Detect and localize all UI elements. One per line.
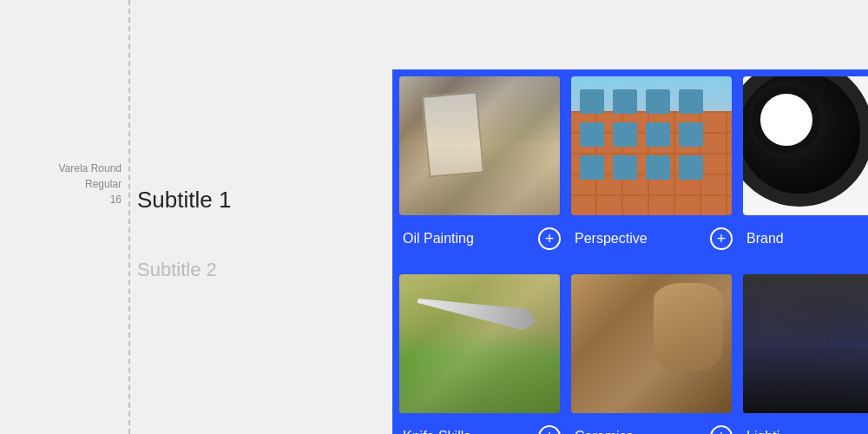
card-title-ceramics: Ceramics (575, 429, 634, 434)
card-image-oil-painting (399, 76, 560, 215)
oil-painting-thumbnail (399, 76, 560, 215)
knife-blade (416, 290, 539, 332)
card-image-perspective (571, 76, 732, 215)
card-footer-lighting: Lighti... + (743, 413, 868, 434)
add-ceramics-button[interactable]: + (710, 425, 733, 434)
card-image-knife-skills (399, 274, 560, 413)
cards-grid: Oil Painting + (392, 69, 868, 434)
font-label: Varela Round Regular 16 (17, 161, 122, 207)
card-knife-skills[interactable]: Knife Skills + (399, 274, 564, 434)
card-oil-painting[interactable]: Oil Painting + (399, 76, 564, 267)
brand-thumbnail (743, 76, 868, 215)
lighting-thumbnail (743, 274, 868, 413)
font-name: Varela Round (17, 161, 122, 176)
window-9 (580, 155, 604, 180)
card-footer-brand: Brand + (743, 215, 868, 259)
card-perspective[interactable]: Perspective + (571, 76, 736, 267)
card-image-lighting (743, 274, 868, 413)
windows-grid (580, 89, 703, 180)
left-panel: Varela Round Regular 16 Subtitle 1 Subti… (0, 0, 399, 434)
window-1 (580, 89, 604, 114)
card-title-brand: Brand (746, 231, 784, 247)
card-image-brand (743, 76, 868, 215)
window-7 (646, 122, 670, 147)
subtitle-1: Subtitle 1 (137, 187, 231, 214)
font-weight: Regular (17, 176, 122, 192)
card-brand[interactable]: Brand + (743, 76, 868, 267)
subtitle-2: Subtitle 2 (137, 259, 217, 281)
window-6 (613, 122, 637, 147)
card-title-oil-painting: Oil Painting (403, 231, 474, 247)
window-2 (613, 89, 637, 114)
card-image-ceramics (571, 274, 732, 413)
card-footer-ceramics: Ceramics + (571, 413, 736, 434)
font-size: 16 (17, 192, 122, 207)
window-12 (679, 155, 703, 180)
window-3 (646, 89, 670, 114)
add-perspective-button[interactable]: + (710, 227, 733, 250)
guide-line (128, 0, 130, 434)
card-footer-oil-painting: Oil Painting + (399, 215, 564, 259)
card-footer-perspective: Perspective + (571, 215, 736, 259)
right-panel: Oil Painting + (392, 69, 868, 434)
window-11 (646, 155, 670, 180)
window-4 (679, 89, 703, 114)
add-oil-painting-button[interactable]: + (538, 227, 561, 250)
window-8 (679, 122, 703, 147)
card-footer-knife-skills: Knife Skills + (399, 413, 564, 434)
knife-skills-thumbnail (399, 274, 560, 413)
perspective-thumbnail (571, 76, 732, 215)
card-lighting[interactable]: Lighti... + (743, 274, 868, 434)
window-10 (613, 155, 637, 180)
window-5 (580, 122, 604, 147)
ceramics-thumbnail (571, 274, 732, 413)
card-title-knife-skills: Knife Skills (403, 429, 470, 434)
card-ceramics[interactable]: Ceramics + (571, 274, 736, 434)
card-title-perspective: Perspective (575, 231, 648, 247)
card-title-lighting: Lighti... (746, 429, 792, 434)
add-knife-skills-button[interactable]: + (538, 425, 561, 434)
